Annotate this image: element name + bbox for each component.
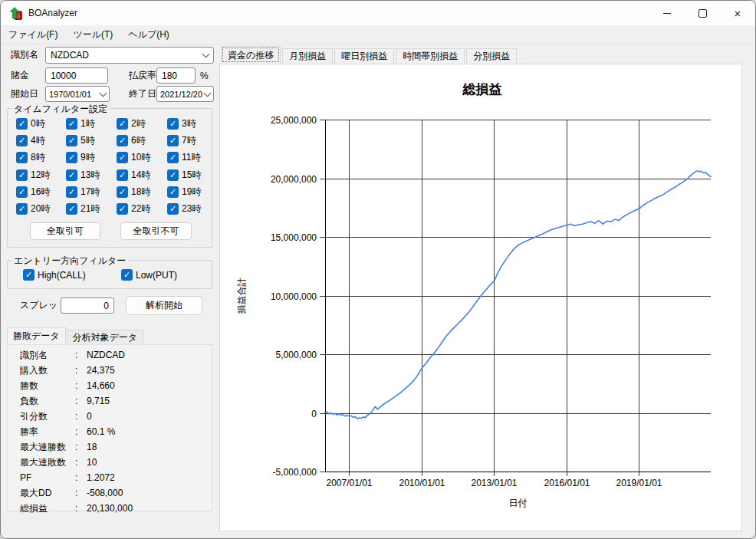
checkbox-checked-icon: ✓ xyxy=(66,135,77,146)
end-date-value: 2021/12/20 xyxy=(160,90,202,99)
hour-checkbox-2[interactable]: ✓2時 xyxy=(117,117,146,130)
hour-checkbox-label: 21時 xyxy=(81,202,100,215)
stat-label: 勝数 xyxy=(20,380,75,393)
result-tab-1[interactable]: 分析対象データ xyxy=(67,330,144,344)
hour-checkbox-8[interactable]: ✓8時 xyxy=(16,151,45,164)
hour-checkbox-label: 15時 xyxy=(182,169,201,182)
hour-checkbox-23[interactable]: ✓23時 xyxy=(167,202,201,215)
hour-checkbox-18[interactable]: ✓18時 xyxy=(117,186,150,199)
minimize-button[interactable] xyxy=(649,1,685,25)
enable-all-trades-button[interactable]: 全取引可 xyxy=(30,222,100,240)
checkbox-checked-icon: ✓ xyxy=(167,135,179,146)
hour-checkbox-9[interactable]: ✓9時 xyxy=(66,151,95,164)
chart-tab-1[interactable]: 月別損益 xyxy=(282,48,333,64)
symbol-combobox[interactable]: NZDCAD xyxy=(45,47,214,64)
stat-label: 最大DD xyxy=(20,487,75,500)
hour-checkbox-1[interactable]: ✓1時 xyxy=(66,117,95,130)
stat-colon: : xyxy=(75,457,87,468)
window-title: BOAnalyzer xyxy=(28,8,77,18)
checkbox-checked-icon: ✓ xyxy=(16,169,28,181)
checkbox-checked-icon: ✓ xyxy=(16,152,28,163)
hour-checkbox-label: 20時 xyxy=(31,202,50,215)
svg-text:5,000,000: 5,000,000 xyxy=(276,350,317,360)
result-tab-panel: 識別名:NZDCAD購入数:24,375勝数:14,660負数:9,715引分数… xyxy=(7,344,212,511)
hour-checkbox-5[interactable]: ✓5時 xyxy=(66,134,95,147)
chevron-down-icon xyxy=(100,89,107,97)
bet-value: 10000 xyxy=(51,71,76,81)
spread-input[interactable]: 0 xyxy=(61,297,114,314)
symbol-label: 識別名 xyxy=(11,47,38,63)
hour-checkbox-21[interactable]: ✓21時 xyxy=(66,202,100,215)
payout-label: 払戻率 xyxy=(129,67,156,84)
menu-item-0[interactable]: ファイル(F) xyxy=(1,26,65,44)
stat-colon: : xyxy=(75,426,87,437)
stat-colon: : xyxy=(75,396,87,406)
maximize-button[interactable] xyxy=(685,1,720,25)
menu-item-1[interactable]: ツール(T) xyxy=(65,26,120,44)
stat-value: 24,375 xyxy=(87,365,115,376)
hour-checkbox-19[interactable]: ✓19時 xyxy=(167,186,201,199)
start-date-picker[interactable]: 1970/01/01 xyxy=(45,86,110,102)
chevron-down-icon xyxy=(204,89,212,97)
result-tab-0[interactable]: 勝敗データ xyxy=(7,327,66,344)
hour-checkbox-17[interactable]: ✓17時 xyxy=(66,186,100,199)
hour-checkbox-15[interactable]: ✓15時 xyxy=(167,169,201,182)
direction-checkbox-low-put[interactable]: ✓Low(PUT) xyxy=(121,269,177,281)
chart-tab-3[interactable]: 時間帯別損益 xyxy=(396,48,465,64)
svg-text:0: 0 xyxy=(311,409,317,419)
close-button[interactable]: × xyxy=(720,1,755,25)
hour-checkbox-22[interactable]: ✓22時 xyxy=(117,202,150,215)
hour-checkbox-16[interactable]: ✓16時 xyxy=(16,186,50,199)
hour-checkbox-label: 18時 xyxy=(131,186,150,199)
checkbox-checked-icon: ✓ xyxy=(167,152,179,163)
stat-colon: : xyxy=(75,380,87,391)
hour-checkbox-label: 11時 xyxy=(182,151,200,164)
stat-colon: : xyxy=(75,472,87,483)
hour-checkbox-0[interactable]: ✓0時 xyxy=(16,117,45,130)
menu-item-2[interactable]: ヘルプ(H) xyxy=(120,26,177,44)
profit-chart: -5,000,00005,000,00010,000,00015,000,000… xyxy=(220,64,741,531)
hour-checkbox-11[interactable]: ✓11時 xyxy=(167,151,200,164)
direction-checkbox-high-call[interactable]: ✓High(CALL) xyxy=(23,269,86,281)
stat-label: 最大連敗数 xyxy=(20,456,75,469)
stat-colon: : xyxy=(75,488,87,498)
caption-buttons: × xyxy=(649,1,755,25)
checkbox-checked-icon: ✓ xyxy=(66,152,77,163)
spread-value: 0 xyxy=(104,301,109,311)
chart-tab-2[interactable]: 曜日別損益 xyxy=(334,48,394,64)
checkbox-checked-icon: ✓ xyxy=(16,203,28,215)
stat-row-6: 最大連勝数:18 xyxy=(8,439,212,455)
y-axis-title: 損益合計 xyxy=(236,278,247,314)
hour-checkbox-4[interactable]: ✓4時 xyxy=(16,134,45,147)
hour-checkbox-10[interactable]: ✓10時 xyxy=(117,151,150,164)
stat-row-1: 購入数:24,375 xyxy=(8,363,212,378)
hour-checkbox-label: 14時 xyxy=(131,169,150,182)
checkbox-checked-icon: ✓ xyxy=(117,152,128,163)
hour-checkbox-14[interactable]: ✓14時 xyxy=(117,169,150,182)
hour-checkbox-6[interactable]: ✓6時 xyxy=(117,134,146,147)
hour-checkbox-20[interactable]: ✓20時 xyxy=(16,202,50,215)
end-date-picker[interactable]: 2021/12/20 xyxy=(156,86,214,102)
stat-value: -508,000 xyxy=(87,488,123,498)
stat-colon: : xyxy=(75,503,87,514)
hour-checkbox-7[interactable]: ✓7時 xyxy=(167,134,196,147)
bet-label: 賭金 xyxy=(11,67,29,84)
stat-label: 負数 xyxy=(20,395,75,408)
hour-checkbox-3[interactable]: ✓3時 xyxy=(167,117,196,130)
hour-checkbox-label: 1時 xyxy=(81,117,95,130)
hour-checkbox-13[interactable]: ✓13時 xyxy=(66,169,100,182)
checkbox-checked-icon: ✓ xyxy=(117,135,128,146)
payout-input[interactable]: 180 xyxy=(156,67,196,84)
disable-all-trades-button[interactable]: 全取引不可 xyxy=(120,222,192,240)
hour-checkbox-label: 12時 xyxy=(31,169,50,182)
stat-value: 20,130,000 xyxy=(87,503,133,514)
bet-input[interactable]: 10000 xyxy=(45,67,108,84)
analyze-start-button[interactable]: 解析開始 xyxy=(126,296,202,315)
start-date-label: 開始日 xyxy=(11,86,38,102)
stat-label: 総損益 xyxy=(20,502,75,515)
stat-row-8: PF:1.2072 xyxy=(8,470,212,485)
chart-tab-4[interactable]: 分別損益 xyxy=(466,48,517,64)
hour-checkbox-12[interactable]: ✓12時 xyxy=(16,169,50,182)
hour-checkbox-label: 9時 xyxy=(81,151,95,164)
chart-tab-0[interactable]: 資金の推移 xyxy=(221,46,281,64)
